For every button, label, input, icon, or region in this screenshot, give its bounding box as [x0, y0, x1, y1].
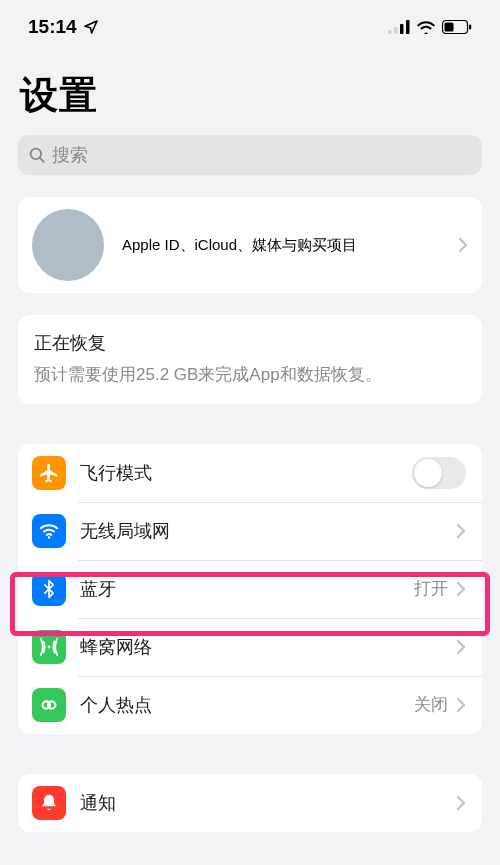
airplane-icon: [32, 456, 66, 490]
chevron-right-icon: [456, 523, 466, 539]
svg-rect-6: [445, 23, 454, 32]
chevron-right-icon: [456, 639, 466, 655]
notifications-icon: [32, 786, 66, 820]
svg-line-8: [40, 158, 44, 162]
svg-rect-0: [388, 30, 392, 34]
restore-description: 预计需要使用25.2 GB来完成App和数据恢复。: [34, 363, 466, 388]
notifications-row[interactable]: 通知: [18, 774, 482, 832]
restore-title: 正在恢复: [34, 331, 466, 355]
location-icon: [83, 19, 99, 35]
bluetooth-value: 打开: [414, 577, 448, 600]
notifications-label: 通知: [80, 791, 456, 815]
hotspot-value: 关闭: [414, 693, 448, 716]
page-title: 设置: [0, 44, 500, 127]
status-right: [388, 20, 472, 34]
svg-point-10: [48, 645, 51, 648]
network-group: 飞行模式 无线局域网 蓝牙 打开: [18, 444, 482, 734]
airplane-mode-row[interactable]: 飞行模式: [18, 444, 482, 502]
hotspot-label: 个人热点: [80, 693, 414, 717]
status-bar: 15:14: [0, 0, 500, 44]
svg-point-12: [48, 701, 55, 708]
profile-group: Apple ID、iCloud、媒体与购买项目: [18, 197, 482, 293]
wifi-row-icon: [32, 514, 66, 548]
cellular-label: 蜂窝网络: [80, 635, 456, 659]
cellular-row[interactable]: 蜂窝网络: [18, 618, 482, 676]
chevron-right-icon: [456, 581, 466, 597]
battery-icon: [442, 20, 472, 34]
bluetooth-label: 蓝牙: [80, 577, 414, 601]
hotspot-icon: [32, 688, 66, 722]
profile-subtitle: Apple ID、iCloud、媒体与购买项目: [122, 236, 458, 255]
svg-rect-1: [394, 27, 398, 34]
search-bar[interactable]: [18, 135, 482, 175]
wifi-row[interactable]: 无线局域网: [18, 502, 482, 560]
restore-group[interactable]: 正在恢复 预计需要使用25.2 GB来完成App和数据恢复。: [18, 315, 482, 404]
avatar: [32, 209, 104, 281]
search-icon: [28, 146, 46, 164]
chevron-right-icon: [456, 697, 466, 713]
apple-id-row[interactable]: Apple ID、iCloud、媒体与购买项目: [18, 197, 482, 293]
cellular-icon: [32, 630, 66, 664]
svg-rect-2: [400, 24, 404, 34]
airplane-label: 飞行模式: [80, 461, 412, 485]
chevron-right-icon: [456, 795, 466, 811]
wifi-label: 无线局域网: [80, 519, 456, 543]
status-left: 15:14: [28, 16, 99, 38]
signal-icon: [388, 20, 410, 34]
svg-point-9: [48, 536, 50, 538]
status-time: 15:14: [28, 16, 77, 38]
airplane-toggle[interactable]: [412, 457, 466, 489]
search-input[interactable]: [52, 145, 472, 166]
hotspot-row[interactable]: 个人热点 关闭: [18, 676, 482, 734]
bluetooth-row[interactable]: 蓝牙 打开: [18, 560, 482, 618]
bluetooth-icon: [32, 572, 66, 606]
notifications-group: 通知: [18, 774, 482, 832]
chevron-right-icon: [458, 237, 468, 253]
svg-rect-5: [469, 25, 471, 30]
wifi-status-icon: [416, 20, 436, 34]
svg-rect-3: [406, 20, 410, 34]
